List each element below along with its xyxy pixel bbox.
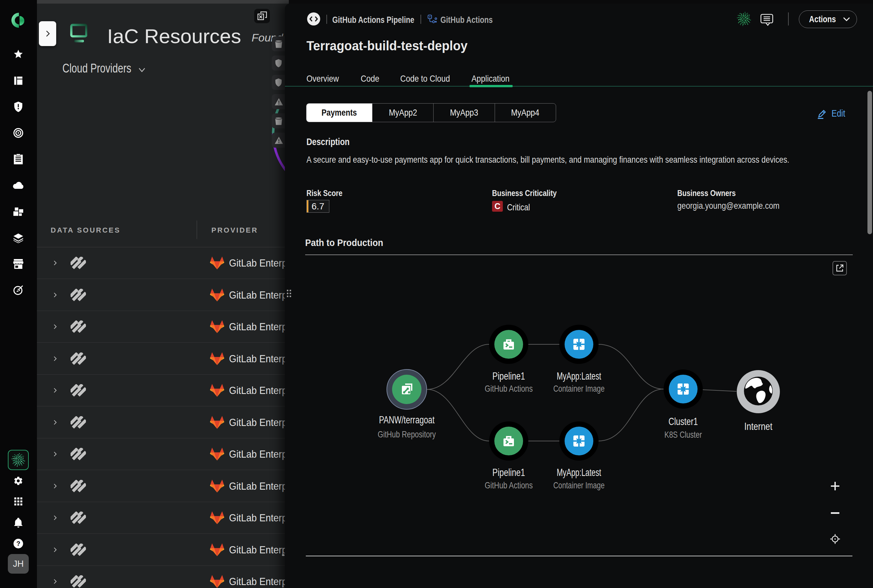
svg-text:MyApp:Latest: MyApp:Latest <box>557 467 601 478</box>
svg-text:Container Image: Container Image <box>554 480 605 490</box>
svg-text:?: ? <box>16 540 20 547</box>
svg-text:K8S Cluster: K8S Cluster <box>664 430 702 440</box>
svg-text:PANW/terragoat: PANW/terragoat <box>379 414 435 426</box>
svg-text:Internet: Internet <box>744 421 772 432</box>
svg-text:MyApp:Latest: MyApp:Latest <box>557 370 601 382</box>
svg-text:Container Image: Container Image <box>554 384 605 394</box>
svg-text:Pipeline1: Pipeline1 <box>492 467 525 478</box>
svg-text:Cluster1: Cluster1 <box>669 416 698 427</box>
svg-text:GitHub Actions: GitHub Actions <box>485 384 533 394</box>
svg-text:GitHub Repository: GitHub Repository <box>378 429 436 440</box>
svg-text:GitHub Actions: GitHub Actions <box>485 480 533 490</box>
svg-text:Pipeline1: Pipeline1 <box>492 370 525 382</box>
